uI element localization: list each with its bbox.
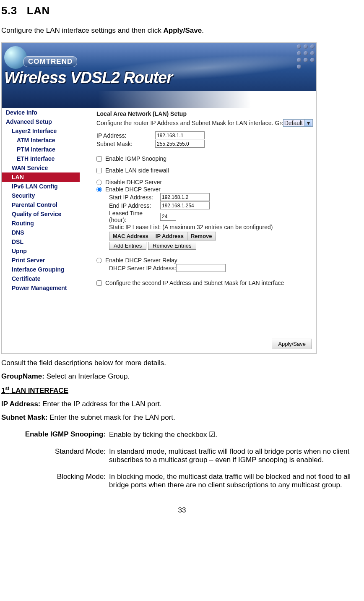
router-screenshot: COMTREND Wireless VDSL2 Router Device In… [1,42,317,354]
mode-descriptions: Enable IGMP Snooping: Enable by ticking … [1,427,363,495]
pane-title: Local Area Network (LAN) Setup [96,110,314,117]
ip-address-input[interactable] [155,131,205,139]
sidebar-item-certificate[interactable]: Certificate [2,274,80,283]
disable-dhcp-label: Disable DHCP Server [105,179,162,186]
ip-address-desc: IP Address: Enter the IP address for the… [1,400,363,408]
blocking-mode-key: Blocking Mode: [2,470,108,494]
sidebar-item-ipv6-lan[interactable]: IPv6 LAN Config [2,182,80,191]
igmp-snooping-label: Enable IGMP Snooping [105,155,166,162]
th-ip: IP Address [152,232,187,240]
intro-c: . [202,26,204,34]
start-ip-label: Start IP Address: [109,194,160,201]
section-number: 5.3 [1,4,17,17]
sidebar-item-eth-interface[interactable]: ETH Interface [2,154,80,163]
second-ip-label: Configure the second IP Address and Subn… [105,280,284,286]
standard-mode-key: Standard Mode: [2,445,108,469]
sidebar-item-interface-grouping[interactable]: Interface Grouping [2,265,80,274]
ip-address-label: IP Address: [96,132,155,139]
section-title-text: LAN [27,4,50,17]
sidebar-item-power-management[interactable]: Power Management [2,283,80,293]
groupname-select[interactable]: Default▾ [283,119,313,127]
banner: COMTREND Wireless VDSL2 Router [2,43,316,108]
pane-desc-text: Configure the router IP Address and Subn… [96,120,307,126]
subnet-mask-desc: Subnet Mask: Enter the subnet mask for t… [1,413,363,422]
page-number: 33 [1,506,363,515]
sidebar-item-upnp[interactable]: Upnp [2,246,80,256]
relay-ip-input[interactable] [176,264,226,272]
lan-firewall-label: Enable LAN side firewall [105,167,169,174]
end-ip-label: End IP Address: [109,202,160,209]
sidebar-item-ptm-interface[interactable]: PTM Interface [2,145,80,154]
sidebar-item-lan[interactable]: LAN [2,172,80,182]
first-lan-interface-heading: 1st LAN INTERFACE [1,386,363,395]
section-heading: 5.3 LAN [1,4,363,17]
sidebar-item-device-info[interactable]: Device Info [2,108,80,117]
sidebar-item-layer2-interface[interactable]: Layer2 Interface [2,126,80,136]
apply-save-button[interactable]: Apply/Save [272,339,312,349]
dhcp-relay-radio[interactable] [96,258,102,263]
enable-dhcp-label: Enable DHCP Server [105,186,161,193]
th-remove: Remove [187,232,216,240]
sidebar-item-atm-interface[interactable]: ATM Interface [2,136,80,145]
content-pane: Local Area Network (LAN) Setup Configure… [80,108,316,353]
sidebar-item-dsl[interactable]: DSL [2,237,80,246]
globe-icon [4,46,27,69]
subnet-mask-input[interactable] [155,140,205,148]
static-lease-caption: Static IP Lease List: (A maximum 32 entr… [109,224,314,230]
consult-text: Consult the field descriptions below for… [1,359,363,367]
lan-firewall-checkbox[interactable] [96,168,102,173]
th-mac: MAC Address [109,232,152,240]
sidebar-item-advanced-setup[interactable]: Advanced Setup [2,117,80,126]
start-ip-input[interactable] [160,193,210,201]
brand-name: COMTREND [23,56,77,67]
standard-mode-val: In standard mode, multicast traffic will… [109,445,362,469]
sidebar-item-wan-service[interactable]: WAN Service [2,163,80,172]
subnet-mask-label: Subnet Mask: [96,141,155,147]
sidebar-item-print-server[interactable]: Print Server [2,256,80,265]
lease-time-input[interactable] [160,213,176,221]
lease-time-label: Leased Time (hour): [109,210,160,223]
disable-dhcp-radio[interactable] [96,180,102,185]
blocking-mode-val: In blocking mode, the multicast data tra… [109,470,362,494]
add-entries-button[interactable]: Add Entries [109,242,146,250]
sidebar-item-parental-control[interactable]: Parental Control [2,200,80,209]
product-title: Wireless VDSL2 Router [4,69,172,87]
relay-ip-label: DHCP Server IP Address: [109,265,176,272]
end-ip-input[interactable] [160,201,210,209]
igmp-val: Enable by ticking the checkbox ☑. [109,428,362,444]
enable-dhcp-radio[interactable] [96,187,102,192]
second-ip-checkbox[interactable] [96,280,102,286]
intro-b: Apply/Save [164,26,202,34]
remove-entries-button[interactable]: Remove Entries [148,242,196,250]
intro-a: Configure the LAN interface settings and… [1,26,164,34]
igmp-snooping-checkbox[interactable] [96,156,102,162]
sidebar: Device Info Advanced Setup Layer2 Interf… [2,108,80,353]
sidebar-item-qos[interactable]: Quality of Service [2,209,80,219]
intro-text: Configure the LAN interface settings and… [1,26,363,35]
chevron-down-icon: ▾ [304,120,312,126]
pane-desc: Configure the router IP Address and Subn… [96,120,314,126]
sidebar-item-security[interactable]: Security [2,191,80,200]
igmp-key: Enable IGMP Snooping: [2,428,108,444]
sidebar-item-routing[interactable]: Routing [2,219,80,228]
sidebar-item-dns[interactable]: DNS [2,228,80,237]
static-lease-table: MAC Address IP Address Remove [109,232,216,240]
dhcp-relay-label: Enable DHCP Server Relay [105,257,177,264]
brand-logo: COMTREND [4,46,27,69]
groupname-desc: GroupName: Select an Interface Group. [1,372,363,381]
